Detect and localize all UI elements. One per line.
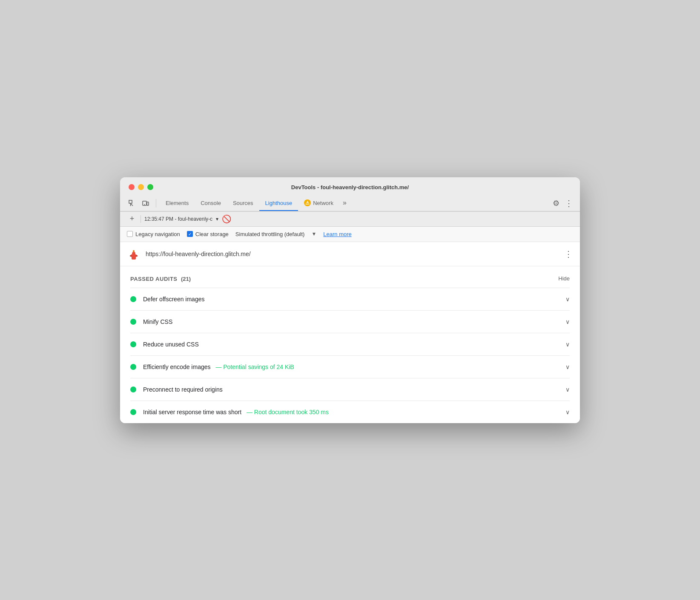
svg-rect-7 [133, 250, 135, 252]
clear-storage-checkbox[interactable]: ✓ [187, 231, 193, 237]
device-icon-button[interactable] [139, 196, 152, 211]
tab-sources[interactable]: Sources [227, 196, 259, 211]
maximize-button[interactable] [147, 184, 153, 190]
audit-label: Defer offscreen images [143, 296, 559, 303]
audit-url: https://foul-heavenly-direction.glitch.m… [146, 251, 559, 257]
tab-elements[interactable]: Elements [160, 196, 195, 211]
tab-divider [156, 199, 156, 208]
chevron-down-icon: ∨ [565, 363, 570, 370]
audit-pass-dot [130, 296, 136, 302]
tabbar: Elements Console Sources Lighthouse ⚠ Ne… [120, 196, 580, 211]
svg-rect-6 [132, 252, 135, 255]
chevron-down-icon: ∨ [565, 341, 570, 348]
audit-pass-dot [130, 364, 136, 370]
window-controls [129, 184, 153, 190]
session-label: 12:35:47 PM - foul-heavenly-c [144, 216, 212, 222]
window-title: DevTools - foul-heavenly-direction.glitc… [291, 184, 409, 190]
devtools-window: DevTools - foul-heavenly-direction.glitc… [120, 177, 580, 423]
more-tabs-button[interactable]: » [339, 196, 350, 211]
throttling-label: Simulated throttling (default) [235, 231, 305, 237]
audit-item-server-response[interactable]: Initial server response time was short —… [130, 401, 570, 423]
throttling-dropdown-arrow[interactable]: ▼ [311, 231, 316, 237]
chevron-down-icon: ∨ [565, 386, 570, 393]
main-content: PASSED AUDITS (21) Hide Defer offscreen … [120, 266, 580, 423]
audit-savings: — Potential savings of 24 KiB [215, 363, 294, 370]
hide-audits-button[interactable]: Hide [558, 275, 570, 282]
svg-rect-0 [129, 200, 132, 203]
audit-item-minify-css[interactable]: Minify CSS ∨ [130, 310, 570, 333]
svg-point-3 [144, 204, 145, 205]
no-entry-icon[interactable]: 🚫 [222, 214, 231, 224]
audit-pass-dot [130, 319, 136, 325]
audit-item-efficiently-encode[interactable]: Efficiently encode images — Potential sa… [130, 355, 570, 378]
subtoolbar-divider [141, 215, 141, 223]
audit-label: Preconnect to required origins [143, 386, 559, 393]
add-session-button[interactable]: + [127, 214, 137, 223]
audit-label: Minify CSS [143, 318, 559, 325]
passed-audits-header: PASSED AUDITS (21) Hide [120, 266, 580, 288]
audit-label: Efficiently encode images — Potential sa… [143, 363, 559, 370]
legacy-nav-checkbox[interactable] [127, 231, 133, 237]
chevron-down-icon: ∨ [565, 409, 570, 415]
audit-label: Initial server response time was short —… [143, 409, 559, 415]
tab-console[interactable]: Console [195, 196, 227, 211]
audit-label: Reduce unused CSS [143, 341, 559, 348]
network-warning-icon: ⚠ [304, 199, 311, 206]
audit-list: Defer offscreen images ∨ Minify CSS ∨ Re… [120, 288, 580, 423]
chevron-down-icon: ∨ [565, 296, 570, 303]
audit-pass-dot [130, 341, 136, 347]
close-button[interactable] [129, 184, 135, 190]
clear-storage-checkbox-label[interactable]: ✓ Clear storage [187, 231, 229, 237]
tab-lighthouse[interactable]: Lighthouse [259, 196, 298, 211]
audit-pass-dot [130, 387, 136, 392]
url-more-options[interactable]: ⋮ [564, 249, 573, 259]
audit-savings: — Root document took 350 ms [247, 409, 329, 415]
subtoolbar: + 12:35:47 PM - foul-heavenly-c ▾ 🚫 [120, 212, 580, 227]
titlebar: DevTools - foul-heavenly-direction.glitc… [120, 177, 580, 212]
lighthouse-icon [127, 247, 141, 261]
chevron-down-icon: ∨ [565, 318, 570, 325]
session-dropdown[interactable]: ▾ [216, 216, 218, 222]
audit-pass-dot [130, 409, 136, 415]
inspect-icon-button[interactable] [125, 196, 139, 211]
legacy-nav-checkbox-label[interactable]: Legacy navigation [127, 231, 180, 237]
passed-audits-title: PASSED AUDITS (21) [130, 275, 191, 283]
more-options-button[interactable]: ⋮ [563, 198, 575, 208]
audit-item-preconnect[interactable]: Preconnect to required origins ∨ [130, 378, 570, 401]
svg-rect-2 [147, 202, 149, 205]
settings-gear-button[interactable]: ⚙ [549, 199, 563, 208]
url-bar: https://foul-heavenly-direction.glitch.m… [120, 242, 580, 266]
learn-more-link[interactable]: Learn more [323, 231, 351, 237]
audit-item-defer-offscreen[interactable]: Defer offscreen images ∨ [130, 288, 570, 310]
lighthouse-options-bar: Legacy navigation ✓ Clear storage Simula… [120, 227, 580, 242]
audit-item-reduce-unused-css[interactable]: Reduce unused CSS ∨ [130, 333, 570, 355]
svg-rect-9 [136, 255, 138, 257]
minimize-button[interactable] [138, 184, 144, 190]
tab-network[interactable]: ⚠ Network [298, 196, 339, 211]
svg-rect-8 [130, 255, 132, 257]
